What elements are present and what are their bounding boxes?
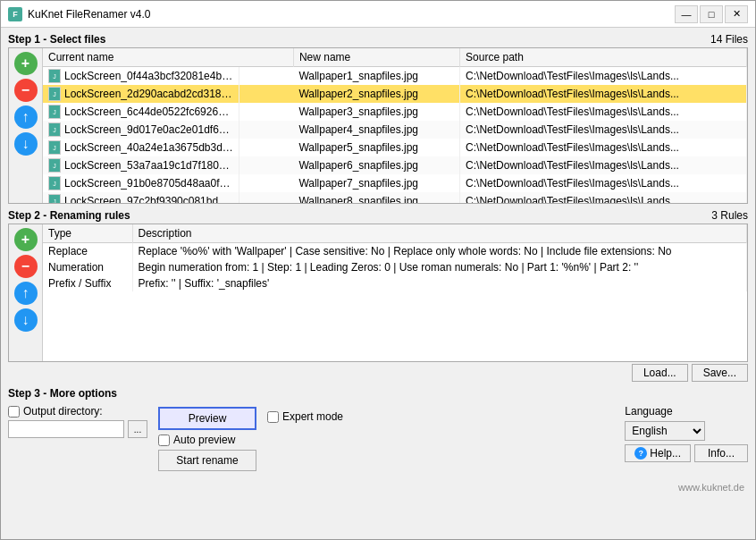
- file-new-name: Wallpaper1_snapfiles.jpg: [293, 67, 459, 86]
- file-table-header: Current name New name Source path: [43, 48, 747, 67]
- add-rule-button[interactable]: +: [14, 228, 38, 251]
- file-table-row[interactable]: JLockScreen_40a24e1a3675db3d5464e628...W…: [43, 139, 747, 156]
- language-select[interactable]: EnglishGermanFrenchSpanish: [625, 421, 705, 441]
- file-type-icon: J: [48, 105, 61, 119]
- load-button[interactable]: Load...: [632, 364, 688, 382]
- file-new-name: Wallpaper2_snapfiles.jpg: [293, 85, 459, 103]
- footer-url: www.kuknet.de: [8, 480, 748, 494]
- file-table-row[interactable]: JLockScreen_9d017e0ac2e01df683e20fbe...W…: [43, 121, 747, 139]
- minimize-button[interactable]: —: [675, 5, 698, 23]
- step2-header: Step 2 - Renaming rules 3 Rules: [8, 209, 748, 222]
- window-title: KuKnet FileRenamer v4.0: [28, 8, 150, 21]
- rules-table-row[interactable]: ReplaceReplace '%o%' with 'Wallpaper' | …: [43, 243, 747, 260]
- file-new-name: Wallpaper7_snapfiles.jpg: [293, 174, 459, 192]
- rules-table-row[interactable]: Prefix / SuffixPrefix: '' | Suffix: '_sn…: [43, 275, 747, 291]
- output-dir-input[interactable]: [8, 420, 124, 438]
- col-description: Description: [132, 224, 747, 243]
- main-content: Step 1 - Select files 14 Files + − ↑ ↓ C…: [1, 28, 755, 539]
- output-dir-checkbox[interactable]: [8, 406, 20, 418]
- step2-side-buttons: + − ↑ ↓: [9, 224, 43, 361]
- save-button[interactable]: Save...: [692, 364, 748, 382]
- app-icon: F: [8, 7, 22, 21]
- step2-title: Step 2 - Renaming rules: [8, 209, 130, 222]
- file-current-name: LockScreen_53a7aa19c1d7f18028d5596c...: [64, 159, 233, 172]
- expert-mode-text: Expert mode: [282, 410, 343, 423]
- move-up-button[interactable]: ↑: [14, 105, 38, 129]
- close-button[interactable]: ✕: [725, 5, 748, 23]
- expert-mode-label[interactable]: Expert mode: [267, 410, 343, 423]
- file-type-icon: J: [48, 158, 61, 173]
- step3-header: Step 3 - More options: [8, 387, 748, 400]
- rules-table-body: ReplaceReplace '%o%' with 'Wallpaper' | …: [43, 243, 747, 292]
- file-current-name: LockScreen_2d290acabd2cd3184d5a6a31...: [64, 88, 233, 100]
- info-button[interactable]: Info...: [694, 444, 748, 462]
- file-table-container[interactable]: Current name New name Source path JLockS…: [43, 48, 747, 203]
- col-current-name: Current name: [43, 48, 293, 67]
- rules-table-row[interactable]: NumerationBegin numeration from: 1 | Ste…: [43, 259, 747, 275]
- move-down-button[interactable]: ↓: [14, 132, 38, 156]
- title-bar-left: F KuKnet FileRenamer v4.0: [8, 7, 150, 21]
- language-label: Language: [625, 405, 748, 418]
- file-current-name: LockScreen_40a24e1a3675db3d5464e628...: [64, 141, 233, 154]
- rule-move-up-button[interactable]: ↑: [14, 282, 38, 305]
- file-current-name: LockScreen_91b0e8705d48aa0f4e544c08...: [64, 177, 233, 190]
- file-table-row[interactable]: JLockScreen_2d290acabd2cd3184d5a6a31...W…: [43, 85, 747, 103]
- file-new-name: Wallpaper5_snapfiles.jpg: [293, 139, 459, 156]
- help-button[interactable]: ? Help...: [625, 444, 691, 462]
- step3-body: Output directory: ... Preview Auto previ…: [8, 401, 748, 475]
- step2-count: 3 Rules: [711, 209, 748, 222]
- file-source-path: C:\NetDownload\TestFiles\Images\ls\Lands…: [460, 67, 747, 86]
- rules-table-container[interactable]: SnapFiles Type Description ReplaceReplac…: [43, 224, 747, 361]
- file-table-row[interactable]: JLockScreen_53a7aa19c1d7f18028d5596c...W…: [43, 156, 747, 174]
- step3-title: Step 3 - More options: [8, 387, 117, 400]
- file-icon-cell: JLockScreen_97c2bf9390c081bdbfbce267...: [43, 192, 239, 203]
- remove-files-button[interactable]: −: [14, 79, 38, 102]
- file-source-path: C:\NetDownload\TestFiles\Images\ls\Lands…: [460, 85, 747, 103]
- preview-button[interactable]: Preview: [158, 407, 256, 430]
- file-type-icon: J: [48, 122, 61, 137]
- add-files-button[interactable]: +: [14, 52, 38, 75]
- title-bar-controls: — □ ✕: [675, 5, 748, 23]
- step3-section: Step 3 - More options Output directory: …: [8, 387, 748, 475]
- file-table: Current name New name Source path JLockS…: [43, 48, 747, 203]
- output-dir-row: ...: [8, 420, 147, 438]
- output-dir-checkbox-label[interactable]: Output directory:: [8, 405, 147, 418]
- auto-preview-label[interactable]: Auto preview: [158, 434, 256, 446]
- file-type-icon: J: [48, 87, 61, 101]
- file-table-row[interactable]: JLockScreen_97c2bf9390c081bdbfbce267...W…: [43, 192, 747, 203]
- help-label: Help...: [650, 447, 681, 460]
- file-table-row[interactable]: JLockScreen_0f44a3bcf32081e4b113260045..…: [43, 67, 747, 86]
- file-source-path: C:\NetDownload\TestFiles\Images\ls\Lands…: [460, 139, 747, 156]
- rule-type: Numeration: [43, 259, 132, 275]
- remove-rule-button[interactable]: −: [14, 255, 38, 278]
- rule-type: Prefix / Suffix: [43, 275, 132, 291]
- load-save-row: Load... Save...: [8, 364, 748, 382]
- maximize-button[interactable]: □: [700, 5, 723, 23]
- rules-table: Type Description ReplaceReplace '%o%' wi…: [43, 224, 747, 291]
- start-rename-button[interactable]: Start rename: [158, 450, 256, 471]
- file-current-name: LockScreen_9d017e0ac2e01df683e20fbe...: [64, 123, 233, 136]
- file-current-name: LockScreen_97c2bf9390c081bdbfbce267...: [64, 195, 233, 203]
- file-icon-cell: JLockScreen_40a24e1a3675db3d5464e628...: [43, 139, 239, 156]
- step1-header: Step 1 - Select files 14 Files: [8, 33, 748, 46]
- output-dir-group: Output directory: ...: [8, 405, 147, 438]
- file-table-row[interactable]: JLockScreen_6c44de0522fc692639694938...W…: [43, 103, 747, 121]
- file-table-row[interactable]: JLockScreen_91b0e8705d48aa0f4e544c08...W…: [43, 174, 747, 192]
- expert-group: Expert mode: [267, 410, 343, 423]
- help-icon: ?: [634, 447, 647, 460]
- file-new-name: Wallpaper8_snapfiles.jpg: [293, 192, 459, 203]
- step1-side-buttons: + − ↑ ↓: [9, 48, 43, 203]
- file-current-name: LockScreen_0f44a3bcf32081e4b113260045...: [64, 70, 233, 82]
- auto-preview-checkbox[interactable]: [158, 435, 170, 446]
- file-source-path: C:\NetDownload\TestFiles\Images\ls\Lands…: [460, 156, 747, 174]
- file-icon-cell: JLockScreen_6c44de0522fc692639694938...: [43, 103, 239, 121]
- expert-mode-checkbox[interactable]: [267, 411, 279, 423]
- file-source-path: C:\NetDownload\TestFiles\Images\ls\Lands…: [460, 103, 747, 121]
- file-current-name: LockScreen_6c44de0522fc692639694938...: [64, 105, 233, 118]
- file-source-path: C:\NetDownload\TestFiles\Images\ls\Lands…: [460, 121, 747, 139]
- col-source-path: Source path: [460, 48, 747, 67]
- file-type-icon: J: [48, 140, 61, 155]
- browse-button[interactable]: ...: [128, 420, 147, 438]
- file-table-body: JLockScreen_0f44a3bcf32081e4b113260045..…: [43, 67, 747, 204]
- rule-move-down-button[interactable]: ↓: [14, 308, 38, 332]
